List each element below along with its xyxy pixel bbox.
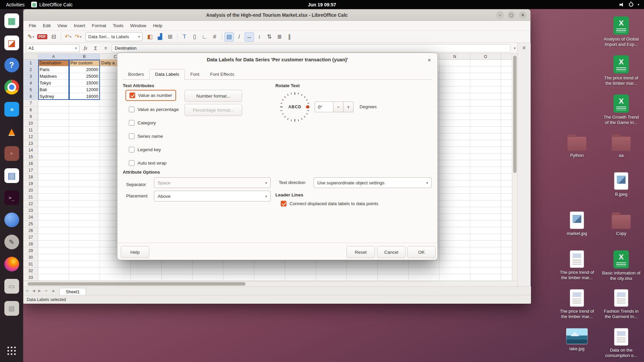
desktop-icon[interactable]: Analysis of Global Import and Exp... [601, 16, 641, 47]
cell-N4[interactable] [439, 80, 470, 86]
cell-B13[interactable] [69, 140, 100, 147]
cell-A25[interactable] [38, 221, 69, 227]
sidebar-toggle-icon[interactable]: ≡ [523, 45, 526, 51]
cell-A29[interactable] [38, 247, 69, 254]
name-box[interactable]: A1 ▾ [26, 44, 79, 52]
cell-B1[interactable]: Per custom [69, 60, 100, 66]
cell-N2[interactable] [439, 66, 470, 73]
cell-N29[interactable] [439, 247, 470, 254]
cell-O3[interactable] [470, 73, 501, 80]
cell-B19[interactable] [69, 180, 100, 187]
cell-B32[interactable] [69, 267, 100, 274]
legend-icon[interactable]: ▯ [190, 32, 199, 42]
row-header-7[interactable]: 7 [23, 100, 38, 107]
cell-H32[interactable] [254, 267, 285, 274]
checkbox-category[interactable] [129, 120, 135, 126]
cell-G31[interactable] [223, 261, 254, 267]
rotation-dial[interactable]: ABCD [278, 90, 311, 123]
cell-F33[interactable] [193, 274, 223, 281]
menu-help[interactable]: Help [150, 21, 166, 31]
desktop-icon[interactable]: The Growth Trend of the Game In... [601, 95, 641, 125]
cell-B17[interactable] [69, 167, 100, 174]
cell-O6[interactable] [470, 93, 501, 100]
secondary-axes-icon[interactable]: ⇅ [265, 32, 274, 42]
reset-button[interactable]: Reset [346, 246, 375, 258]
decrement-degrees-button[interactable]: − [333, 102, 343, 112]
desktop-icon[interactable]: The price trend of the timber mar... [601, 55, 641, 86]
cell-G33[interactable] [223, 274, 254, 281]
tab-data-labels[interactable]: Data Labels [149, 69, 185, 80]
cell-O10[interactable] [470, 120, 501, 127]
cell-N1[interactable] [439, 60, 470, 66]
cell-N5[interactable] [439, 86, 470, 93]
dock-terminal-icon[interactable] [4, 190, 19, 205]
cell-O29[interactable] [470, 247, 501, 254]
row-header-9[interactable]: 9 [23, 113, 38, 120]
value-as-number-row[interactable]: Value as number [125, 90, 176, 101]
row-header-26[interactable]: 26 [23, 227, 38, 234]
minimize-button[interactable]: − [496, 11, 504, 19]
value-as-percentage-row[interactable]: Value as percentage [129, 107, 179, 112]
cell-H33[interactable] [254, 274, 285, 281]
cell-A32[interactable] [38, 267, 69, 274]
cell-B5[interactable]: 12000 [69, 86, 100, 93]
increment-degrees-button[interactable]: + [343, 102, 354, 112]
row-header-30[interactable]: 30 [23, 254, 38, 261]
print-icon[interactable]: ⊟ [49, 32, 58, 42]
desktop-icon[interactable]: Data on the consumption o... [601, 328, 641, 358]
cell-N8[interactable] [439, 107, 470, 113]
prev-sheet-icon[interactable]: ◀ [32, 289, 35, 293]
titles-icon[interactable]: T [180, 32, 189, 42]
column-header-B[interactable]: B [69, 54, 100, 60]
connect-leader-lines-row[interactable]: Connect displaced data labels to data po… [281, 201, 378, 206]
cell-B8[interactable] [69, 107, 100, 113]
cell-O26[interactable] [470, 227, 501, 234]
cell-O33[interactable] [470, 274, 501, 281]
data-labels-icon[interactable]: ▤ [224, 32, 234, 42]
tab-font[interactable]: Font [185, 69, 205, 79]
cell-B22[interactable] [69, 200, 100, 207]
row-header-1[interactable]: 1 [23, 60, 38, 66]
row-header-17[interactable]: 17 [23, 167, 38, 174]
checkbox-auto-text-wrap[interactable] [129, 160, 135, 166]
cell-F31[interactable] [193, 261, 223, 267]
cell-O30[interactable] [470, 254, 501, 261]
cell-N27[interactable] [439, 234, 470, 241]
checkbox-series-name[interactable] [129, 133, 135, 139]
cell-B15[interactable] [69, 154, 100, 160]
cell-O20[interactable] [470, 187, 501, 194]
text-direction-dropdown[interactable]: Use superordinate object settings ▾ [314, 177, 432, 188]
menu-format[interactable]: Format [89, 21, 110, 31]
desktop-icon[interactable]: market.jpg [557, 212, 597, 236]
cell-A16[interactable] [38, 160, 69, 167]
cell-O19[interactable] [470, 180, 501, 187]
cell-B7[interactable] [69, 100, 100, 107]
tab-font-effects[interactable]: Font Effects [205, 69, 239, 79]
row-header-31[interactable]: 31 [23, 261, 38, 267]
clock[interactable]: Jun 19 09:57 [308, 2, 336, 7]
cell-A19[interactable] [38, 180, 69, 187]
format-selection-icon[interactable]: ◧ [145, 32, 155, 42]
cell-D31[interactable] [131, 261, 162, 267]
cell-O8[interactable] [470, 107, 501, 113]
cell-L31[interactable] [378, 261, 409, 267]
cell-N10[interactable] [439, 120, 470, 127]
desktop-icon[interactable]: The price trend of the timber mar... [557, 250, 597, 281]
format-paintbrush-icon[interactable]: ✎▾ [26, 32, 36, 42]
cell-O16[interactable] [470, 160, 501, 167]
dock-remmina-icon[interactable] [4, 146, 19, 161]
desktop-icon[interactable]: Copy [601, 212, 641, 236]
dock-libreoffice-impress-icon[interactable] [4, 35, 19, 51]
cell-I32[interactable] [285, 267, 316, 274]
cell-B12[interactable] [69, 133, 100, 140]
cell-A15[interactable] [38, 154, 69, 160]
cell-N20[interactable] [439, 187, 470, 194]
cell-M32[interactable] [409, 267, 439, 274]
cell-O1[interactable] [470, 60, 501, 66]
cell-N30[interactable] [439, 254, 470, 261]
cancel-button[interactable]: Cancel [377, 246, 406, 258]
cell-O31[interactable] [470, 261, 501, 267]
cell-N12[interactable] [439, 133, 470, 140]
row-header-18[interactable]: 18 [23, 174, 38, 180]
cell-O11[interactable] [470, 127, 501, 133]
